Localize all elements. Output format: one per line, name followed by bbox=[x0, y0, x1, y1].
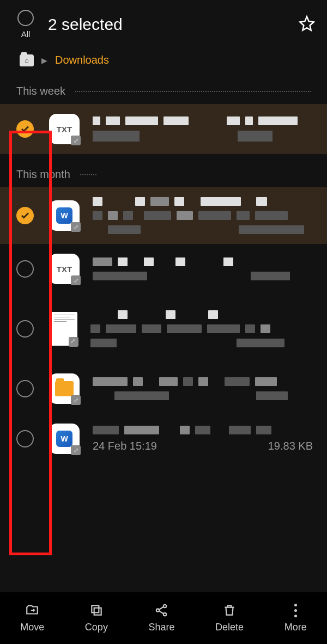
select-all-label: All bbox=[21, 29, 31, 39]
svg-rect-1 bbox=[92, 605, 99, 612]
select-all-circle[interactable] bbox=[17, 10, 34, 26]
breadcrumb[interactable]: ⌂ ▶ Downloads bbox=[0, 43, 327, 77]
section-this-month: This month bbox=[0, 154, 327, 187]
file-thumbnail-archive[interactable] bbox=[49, 373, 80, 404]
file-size: 19.83 KB bbox=[268, 440, 313, 452]
file-thumbnail-txt[interactable]: TXT bbox=[49, 254, 80, 284]
action-bar: Move Copy Share Delete More bbox=[0, 592, 327, 644]
svg-rect-0 bbox=[94, 608, 101, 615]
file-row[interactable]: W 24 Feb 15:19 19.83 KB bbox=[0, 414, 327, 464]
file-row[interactable] bbox=[0, 294, 327, 364]
file-info bbox=[93, 377, 315, 400]
selection-checkbox[interactable] bbox=[16, 207, 34, 224]
file-info bbox=[93, 197, 315, 234]
selection-checkbox[interactable] bbox=[16, 320, 34, 338]
section-this-week: This week bbox=[0, 77, 327, 104]
share-button[interactable]: Share bbox=[148, 603, 174, 633]
file-row[interactable]: TXT bbox=[0, 244, 327, 294]
selection-checkbox[interactable] bbox=[16, 430, 34, 447]
delete-button[interactable]: Delete bbox=[215, 603, 244, 633]
file-info bbox=[90, 310, 315, 347]
file-row[interactable]: W bbox=[0, 187, 327, 244]
file-thumbnail-word[interactable]: W bbox=[49, 200, 80, 231]
copy-button[interactable]: Copy bbox=[85, 603, 108, 633]
file-thumbnail-txt[interactable]: TXT bbox=[49, 114, 80, 144]
more-icon bbox=[294, 604, 297, 617]
chevron-right-icon: ▶ bbox=[41, 56, 47, 65]
file-date: 24 Feb 15:19 bbox=[93, 440, 157, 452]
selection-checkbox[interactable] bbox=[16, 120, 34, 138]
selection-header: All 2 selected bbox=[0, 0, 327, 43]
file-thumbnail-word[interactable]: W bbox=[49, 424, 80, 454]
select-all[interactable]: All bbox=[17, 10, 34, 39]
file-row[interactable] bbox=[0, 364, 327, 414]
file-info bbox=[93, 257, 315, 280]
favorite-button[interactable] bbox=[299, 15, 315, 34]
file-info: 24 Feb 15:19 19.83 KB bbox=[93, 426, 315, 452]
more-button[interactable]: More bbox=[284, 604, 307, 633]
file-row[interactable]: TXT bbox=[0, 104, 327, 154]
breadcrumb-current[interactable]: Downloads bbox=[55, 54, 109, 66]
selection-count-title: 2 selected bbox=[48, 15, 299, 34]
file-info bbox=[93, 116, 315, 142]
selection-checkbox[interactable] bbox=[16, 380, 34, 397]
file-thumbnail-document[interactable] bbox=[51, 312, 77, 346]
move-button[interactable]: Move bbox=[20, 603, 44, 633]
home-icon[interactable]: ⌂ bbox=[20, 54, 34, 66]
selection-checkbox[interactable] bbox=[16, 260, 34, 278]
